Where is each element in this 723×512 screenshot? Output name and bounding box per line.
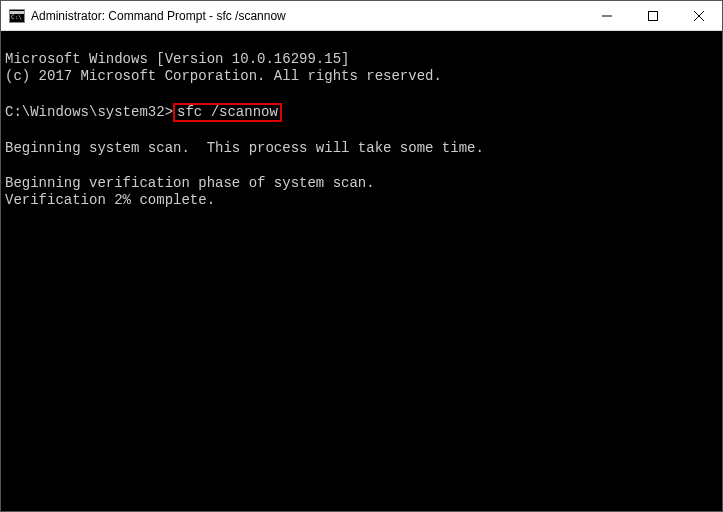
maximize-icon [648,11,658,21]
window-controls [584,1,722,30]
command-text: sfc /scannow [177,104,278,120]
window-title: Administrator: Command Prompt - sfc /sca… [31,9,584,23]
command-highlight: sfc /scannow [173,103,282,122]
window-titlebar: C:\ Administrator: Command Prompt - sfc … [1,1,722,31]
minimize-icon [602,11,612,21]
close-button[interactable] [676,1,722,30]
app-icon-glyph: C:\ [11,14,22,20]
minimize-button[interactable] [584,1,630,30]
begin-scan-msg: Beginning system scan. This process will… [5,140,484,156]
verify-phase-msg: Beginning verification phase of system s… [5,175,375,191]
svg-rect-1 [649,11,658,20]
maximize-button[interactable] [630,1,676,30]
app-icon: C:\ [9,9,25,23]
progress-msg: Verification 2% complete. [5,192,215,208]
terminal-output[interactable]: Microsoft Windows [Version 10.0.16299.15… [1,31,722,511]
version-line: Microsoft Windows [Version 10.0.16299.15… [5,51,349,67]
copyright-line: (c) 2017 Microsoft Corporation. All righ… [5,68,442,84]
close-icon [694,11,704,21]
prompt-path: C:\Windows\system32> [5,104,173,120]
